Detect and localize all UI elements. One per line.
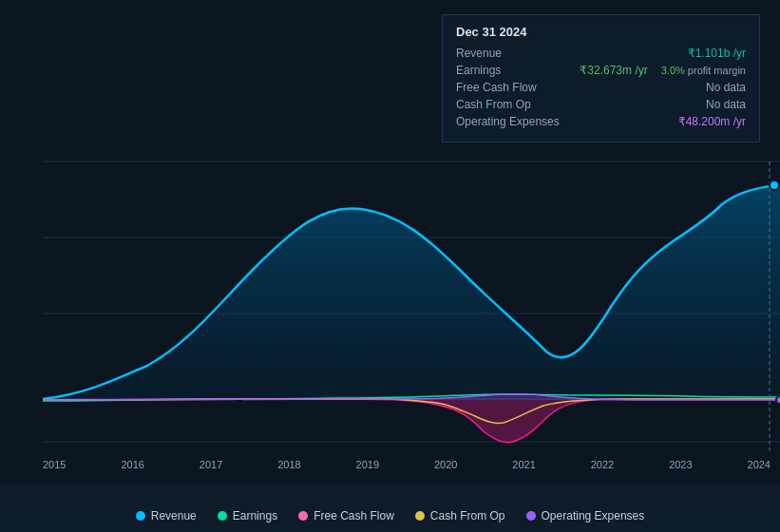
tooltip-row-opex: Operating Expenses ₹48.200m /yr [456, 115, 746, 128]
tooltip-label-revenue: Revenue [456, 47, 570, 60]
tooltip-row-revenue: Revenue ₹1.101b /yr [456, 47, 746, 60]
legend-item-fcf[interactable]: Free Cash Flow [298, 509, 394, 522]
legend-dot-cashop [415, 511, 425, 521]
chart-legend: Revenue Earnings Free Cash Flow Cash Fro… [0, 509, 780, 522]
legend-item-cashop[interactable]: Cash From Op [415, 509, 505, 522]
x-label-2023: 2023 [669, 459, 692, 470]
x-label-2019: 2019 [356, 459, 379, 470]
tooltip-value-opex: ₹48.200m /yr [678, 115, 746, 128]
revenue-dot [770, 180, 779, 190]
x-label-2018: 2018 [277, 459, 300, 470]
tooltip-label-cashop: Cash From Op [456, 98, 570, 111]
x-label-2015: 2015 [43, 459, 66, 470]
x-label-2016: 2016 [121, 459, 143, 470]
legend-item-earnings[interactable]: Earnings [218, 509, 277, 522]
legend-dot-earnings [218, 511, 227, 521]
legend-label-revenue: Revenue [151, 509, 197, 522]
x-label-2017: 2017 [200, 459, 222, 470]
tooltip-row-cashop: Cash From Op No data [456, 98, 746, 111]
tooltip-value-revenue: ₹1.101b /yr [688, 47, 746, 60]
x-label-2024: 2024 [748, 459, 770, 470]
legend-dot-fcf [298, 511, 308, 521]
tooltip-value-fcf: No data [706, 81, 746, 94]
legend-label-earnings: Earnings [233, 509, 277, 522]
legend-dot-opex [526, 511, 536, 521]
tooltip-panel: Dec 31 2024 Revenue ₹1.101b /yr Earnings… [442, 14, 760, 142]
tooltip-label-opex: Operating Expenses [456, 115, 570, 128]
tooltip-label-fcf: Free Cash Flow [456, 81, 570, 94]
x-label-2020: 2020 [434, 459, 457, 470]
tooltip-date: Dec 31 2024 [456, 25, 746, 39]
legend-label-opex: Operating Expenses [542, 509, 645, 522]
tooltip-row-fcf: Free Cash Flow No data [456, 81, 746, 94]
legend-label-fcf: Free Cash Flow [314, 509, 394, 522]
tooltip-value-cashop: No data [706, 98, 746, 111]
legend-item-opex[interactable]: Operating Expenses [526, 509, 645, 522]
legend-label-cashop: Cash From Op [430, 509, 505, 522]
x-axis-labels: 2015 2016 2017 2018 2019 2020 2021 2022 … [43, 459, 770, 470]
x-label-2021: 2021 [512, 459, 535, 470]
tooltip-value-earnings: ₹32.673m /yr [580, 64, 647, 77]
tooltip-label-earnings: Earnings [456, 64, 570, 77]
opex-dot [776, 396, 780, 404]
legend-item-revenue[interactable]: Revenue [136, 509, 197, 522]
tooltip-profit-margin: 3.0% profit margin [661, 65, 746, 76]
x-label-2022: 2022 [591, 459, 614, 470]
legend-dot-revenue [136, 511, 145, 521]
tooltip-row-earnings: Earnings ₹32.673m /yr 3.0% profit margin [456, 64, 746, 77]
